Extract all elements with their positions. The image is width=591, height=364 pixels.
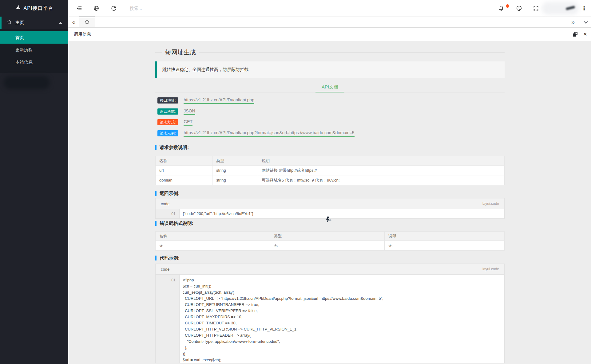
more-menu-icon[interactable]: ⋮ [581, 4, 587, 12]
heading-accent-bar [155, 145, 157, 150]
notification-dot [506, 4, 509, 8]
code-line: <?php [183, 277, 504, 283]
line-number-gutter: 01. [156, 209, 180, 218]
logo-title: API接口平台 [24, 5, 54, 12]
cell-error-type: 无 [270, 241, 385, 251]
code-title: code [161, 267, 169, 272]
collapse-arrow-icon [59, 22, 62, 24]
api-doc: 短网址生成 跳转快速稳定、全国连通性高，防屏蔽防拦截 API文档 接口地址: h… [155, 41, 505, 364]
code-brand: layui.code [482, 267, 499, 271]
line-number-gutter: 01. [156, 275, 180, 363]
close-icon[interactable]: × [583, 30, 587, 38]
doc-quote: 跳转快速稳定、全国连通性高，防屏蔽防拦截 [155, 61, 505, 78]
example-heading: 代码示例: [155, 256, 180, 260]
format-badge: 返回格式: [157, 108, 178, 115]
palette-icon[interactable] [516, 5, 522, 11]
bell-icon[interactable] [498, 5, 504, 11]
collapse-sidebar-icon[interactable] [76, 5, 82, 11]
response-heading: 返回示例: [155, 191, 180, 196]
col-header: 类型 [212, 156, 258, 166]
sidebar-parent-label: 主页 [15, 20, 59, 25]
cell-param-name: url [156, 166, 212, 175]
doc-area: 短网址生成 跳转快速稳定、全国连通性高，防屏蔽防拦截 API文档 接口地址: h… [68, 41, 591, 364]
field-row-format: 返回格式: JSON [157, 108, 195, 115]
doc-title: 短网址生成 [162, 48, 199, 57]
cell-param-type: string [212, 166, 258, 175]
errors-heading: 错误码格式说明: [155, 221, 193, 226]
sidebar-item-home-parent[interactable]: 主页 [0, 17, 68, 29]
logo-sail-icon [15, 5, 21, 12]
cell-param-desc: 网站链接 需带http://或者https:// [258, 166, 505, 175]
tab-api-doc[interactable]: API文档 [322, 82, 338, 92]
tab-home[interactable] [79, 17, 95, 27]
errors-table: 名称 类型 说明 无 无 无 [155, 231, 505, 251]
table-row: 无 无 无 [156, 241, 505, 251]
line-number: 01. [171, 277, 177, 283]
sidebar-blurred-item [4, 76, 50, 89]
content-header: 调用信息 × [68, 28, 591, 41]
col-header: 说明 [258, 156, 505, 166]
code-line: ), [183, 345, 504, 351]
method-value-link[interactable]: GET [184, 119, 192, 126]
active-accent-bar [0, 17, 2, 29]
cell-param-desc: 可选择域名5 代表：mtw.so; 9 代表：u6v.cn; [258, 175, 505, 185]
endpoint-badge: 接口地址: [157, 97, 178, 104]
code-line: CURLOPT_SSL_VERIFYPEER => false, [183, 308, 504, 314]
sidebar-item-changelog[interactable]: 更新历程 [0, 44, 68, 56]
col-header: 名称 [156, 156, 212, 166]
code-line: "Content-Type: application/x-www-form-ur… [183, 339, 504, 345]
code-line: CURLOPT_RETURNTRANSFER => true, [183, 302, 504, 308]
code-body: 01. <?php$ch = curl_init();curl_setopt_a… [156, 275, 504, 363]
code-line: )); [183, 351, 504, 357]
code-line: CURLOPT_TIMEOUT => 30, [183, 320, 504, 326]
col-header: 说明 [385, 232, 505, 241]
example-codeblock: code layui.code 01. <?php$ch = curl_init… [155, 264, 505, 363]
sidebar-item-site-info[interactable]: 本站信息 [0, 56, 68, 68]
cell-error-name: 无 [156, 241, 270, 251]
tabs-scroll-right-icon[interactable]: » [567, 17, 579, 27]
sidebar: API接口平台 主页 首页 更新历程 本站信息 [0, 0, 68, 364]
field-row-endpoint: 接口地址: https://v1.21lhz.cn/API/Duanl/api.… [157, 97, 254, 104]
response-json: {"code":200,"url":"http://u6v.cn/6uEYo1"… [180, 209, 504, 218]
params-heading: 请求参数说明: [155, 145, 189, 150]
refresh-icon[interactable] [111, 5, 117, 11]
tabbar: « » [68, 17, 591, 28]
fullscreen-icon[interactable] [533, 5, 539, 11]
example-url-link[interactable]: https://v1.21lhz.cn/API/Duanl/api.php?fo… [184, 130, 354, 137]
cell-param-type: string [212, 175, 258, 185]
broken-image-icon [325, 216, 333, 223]
search-input[interactable] [130, 4, 216, 12]
topbar: ⋮ [68, 0, 591, 17]
codeblock-header: code layui.code [156, 198, 504, 209]
cell-error-desc: 无 [385, 241, 505, 251]
response-codeblock: code layui.code 01. {"code":200,"url":"h… [155, 198, 505, 219]
format-value-link[interactable]: JSON [184, 108, 195, 115]
tab-home-icon [85, 19, 89, 25]
line-number: 01. [171, 209, 177, 218]
doc-tabs: API文档 [155, 82, 505, 92]
sidebar-submenu: 首页 更新历程 本站信息 [0, 29, 68, 73]
code-line: $url = curl_exec($ch); [183, 357, 504, 363]
codeblock-header: code layui.code [156, 264, 504, 275]
tabs-dropdown-icon[interactable] [579, 17, 591, 27]
example-badge: 请求示例: [157, 130, 178, 136]
home-icon [7, 20, 12, 26]
sidebar-item-index[interactable]: 首页 [0, 31, 68, 44]
maximize-icon[interactable] [573, 32, 577, 37]
code-line: CURLOPT_URL => "https://v1.21lhz.cn/API/… [183, 296, 504, 302]
cell-param-name: domian [156, 175, 212, 185]
php-code: <?php$ch = curl_init();curl_setopt_array… [180, 275, 504, 363]
code-line: CURLOPT_HTTP_VERSION => CURL_HTTP_VERSIO… [183, 326, 504, 332]
tabs-scroll-left-icon[interactable]: « [68, 17, 79, 27]
globe-icon[interactable] [93, 5, 99, 11]
code-line: curl_setopt_array($ch, array( [183, 289, 504, 296]
field-row-example: 请求示例: https://v1.21lhz.cn/API/Duanl/api.… [157, 130, 355, 137]
app-window: API接口平台 主页 首页 更新历程 本站信息 [0, 0, 591, 364]
logo: API接口平台 [0, 0, 68, 17]
maximize-front-square [573, 33, 576, 37]
endpoint-url-link[interactable]: https://v1.21lhz.cn/API/Duanl/api.php [184, 97, 254, 104]
user-area-blurred[interactable] [542, 2, 579, 15]
col-header: 名称 [156, 232, 270, 241]
heading-accent-bar [155, 221, 157, 226]
params-table: 名称 类型 说明 url string 网站链接 需带http://或者http… [155, 156, 505, 185]
